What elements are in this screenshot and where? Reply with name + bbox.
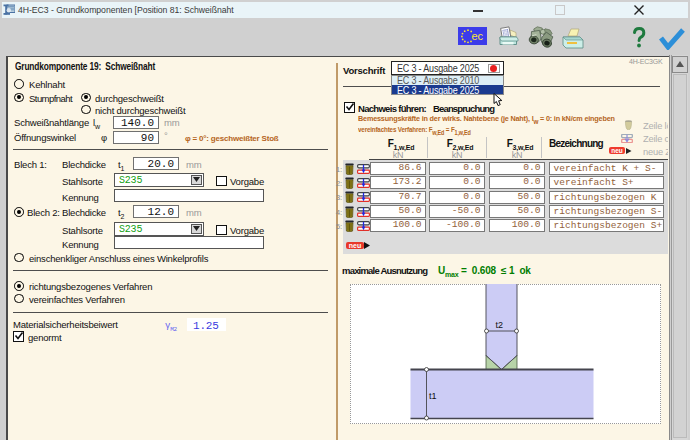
svg-text:t1: t1 (429, 390, 437, 400)
svg-text:t2: t2 (496, 320, 504, 330)
svg-text:ec: ec (472, 30, 484, 42)
